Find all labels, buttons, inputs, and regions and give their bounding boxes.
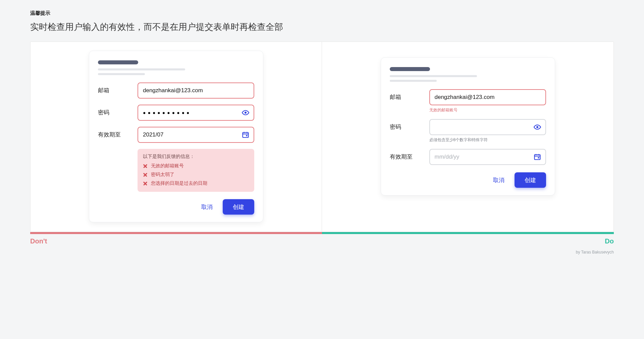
x-icon bbox=[143, 181, 148, 186]
dont-do-labels: Don't Do bbox=[30, 232, 614, 245]
email-field[interactable]: dengzhankai@123.com bbox=[429, 89, 546, 105]
card-do: 邮箱 dengzhankai@123.com 无效的邮箱账号 密码 bbox=[381, 57, 555, 195]
placeholder-line bbox=[98, 68, 185, 70]
svg-rect-5 bbox=[538, 157, 539, 159]
email-value: dengzhankai@123.com bbox=[143, 87, 203, 94]
create-button[interactable]: 创建 bbox=[223, 199, 254, 215]
card-actions: 取消 创建 bbox=[390, 172, 546, 188]
email-value: dengzhankai@123.com bbox=[435, 94, 495, 101]
label-password: 密码 bbox=[98, 105, 138, 116]
create-button[interactable]: 创建 bbox=[515, 172, 546, 188]
password-hint: 必须包含至少8个数字和特殊字符 bbox=[429, 137, 546, 143]
svg-rect-1 bbox=[243, 132, 249, 137]
password-dots: ●●●●●●●●●● bbox=[143, 110, 192, 115]
row-email: 邮箱 dengzhankai@123.com 无效的邮箱账号 bbox=[390, 89, 546, 113]
page-title: 实时检查用户输入的有效性，而不是在用户提交表单时再检查全部 bbox=[30, 21, 614, 33]
x-icon bbox=[143, 172, 148, 177]
error-item: 密码太弱了 bbox=[143, 172, 249, 178]
email-field[interactable]: dengzhankai@123.com bbox=[138, 82, 254, 99]
eye-icon[interactable] bbox=[533, 123, 541, 131]
row-password: 密码 必须包含至少8个数字和特殊字符 bbox=[390, 119, 546, 143]
email-inline-error: 无效的邮箱账号 bbox=[429, 107, 546, 113]
placeholder-title-bar bbox=[390, 67, 430, 71]
calendar-icon[interactable] bbox=[241, 131, 250, 139]
label-valid-until: 有效期至 bbox=[98, 127, 138, 138]
credit-line: by Taras Bakusevych bbox=[30, 250, 614, 255]
placeholder-line bbox=[390, 75, 477, 77]
date-value: 2021/07 bbox=[143, 131, 163, 138]
tip-label: 温馨提示 bbox=[30, 10, 614, 16]
label-valid-until: 有效期至 bbox=[390, 149, 429, 161]
svg-rect-2 bbox=[246, 135, 248, 136]
placeholder-line bbox=[98, 73, 145, 75]
do-label: Do bbox=[322, 232, 614, 245]
error-summary-title: 以下是我们反馈的信息： bbox=[143, 154, 249, 160]
date-field[interactable]: mm/dd/yy bbox=[429, 149, 546, 165]
label-email: 邮箱 bbox=[390, 89, 429, 101]
cancel-button[interactable]: 取消 bbox=[200, 199, 214, 215]
row-date: 有效期至 mm/dd/yy bbox=[390, 149, 546, 165]
date-placeholder: mm/dd/yy bbox=[435, 154, 460, 160]
placeholder-title-bar bbox=[98, 60, 138, 64]
pane-do: 邮箱 dengzhankai@123.com 无效的邮箱账号 密码 bbox=[322, 42, 613, 232]
row-date: 有效期至 2021/07 bbox=[98, 127, 254, 143]
svg-point-0 bbox=[245, 112, 247, 114]
cancel-button[interactable]: 取消 bbox=[492, 172, 506, 188]
svg-point-3 bbox=[536, 126, 538, 128]
row-password: 密码 ●●●●●●●●●● bbox=[98, 105, 254, 121]
comparison-frame: 邮箱 dengzhankai@123.com 密码 ●●●●●●●●●● bbox=[30, 42, 614, 232]
card-header bbox=[98, 60, 254, 75]
row-email: 邮箱 dengzhankai@123.com bbox=[98, 82, 254, 99]
error-item: 无效的邮箱账号 bbox=[143, 163, 249, 169]
label-password: 密码 bbox=[390, 119, 429, 131]
password-field[interactable] bbox=[429, 119, 546, 135]
card-actions: 取消 创建 bbox=[98, 199, 254, 215]
svg-rect-4 bbox=[534, 155, 540, 160]
card-dont: 邮箱 dengzhankai@123.com 密码 ●●●●●●●●●● bbox=[89, 51, 263, 222]
error-summary-box: 以下是我们反馈的信息： 无效的邮箱账号 密码太弱了 您选择的日期是过去的日期 bbox=[138, 149, 254, 192]
label-email: 邮箱 bbox=[98, 82, 138, 94]
password-field[interactable]: ●●●●●●●●●● bbox=[138, 105, 254, 121]
pane-dont: 邮箱 dengzhankai@123.com 密码 ●●●●●●●●●● bbox=[31, 42, 322, 232]
eye-icon[interactable] bbox=[241, 109, 250, 117]
card-header bbox=[390, 67, 546, 82]
calendar-icon[interactable] bbox=[533, 153, 541, 161]
error-item: 您选择的日期是过去的日期 bbox=[143, 180, 249, 186]
placeholder-line bbox=[390, 80, 437, 82]
dont-label: Don't bbox=[30, 232, 322, 245]
date-field[interactable]: 2021/07 bbox=[138, 127, 254, 143]
x-icon bbox=[143, 164, 148, 168]
